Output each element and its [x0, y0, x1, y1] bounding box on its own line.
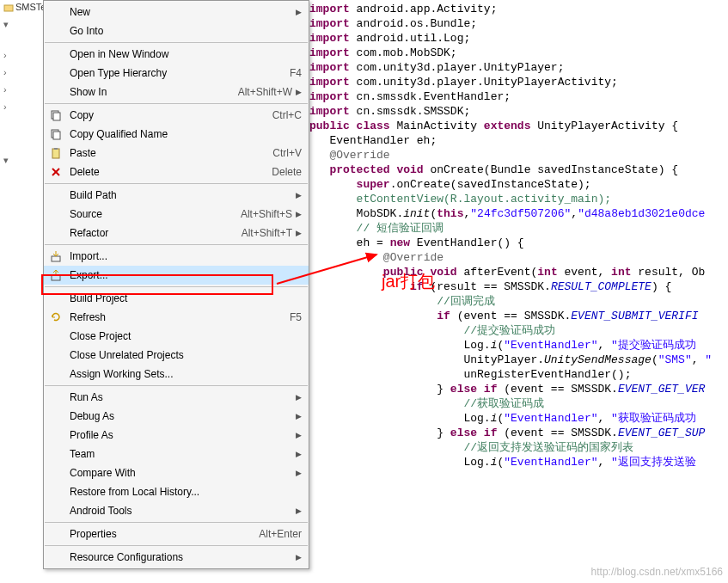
menu-item-label: Import...: [66, 250, 302, 262]
code-line: import com.unity3d.player.UnityPlayerAct…: [309, 75, 728, 89]
menu-item-export[interactable]: Export...: [44, 266, 309, 285]
blank-icon: [46, 485, 66, 499]
menu-item-label: Debug As: [66, 410, 292, 422]
svg-rect-2: [53, 113, 60, 120]
menu-item-label: Run As: [66, 391, 292, 403]
menu-item-label: Close Project: [66, 330, 302, 342]
blank-icon: [46, 504, 66, 518]
code-line: // 短信验证回调: [309, 221, 728, 236]
menu-item-copy-qualified-name[interactable]: Copy Qualified Name: [44, 125, 309, 144]
menu-item-label: Open Type Hierarchy: [66, 67, 283, 79]
menu-item-show-in[interactable]: Show InAlt+Shift+W▶: [44, 83, 309, 101]
tree-expander[interactable]: ›: [3, 50, 7, 60]
watermark: http://blog.csdn.net/xmx5166: [591, 566, 723, 578]
submenu-arrow-icon: ▶: [292, 88, 302, 96]
blank-icon: [46, 66, 66, 80]
tree-expander[interactable]: ›: [3, 67, 7, 77]
menu-item-debug-as[interactable]: Debug As▶: [44, 407, 309, 426]
code-line: unRegisterEventHandler();: [309, 367, 728, 382]
blank-icon: [46, 24, 66, 38]
menu-item-label: Properties: [66, 528, 252, 540]
menu-item-properties[interactable]: PropertiesAlt+Enter: [44, 525, 309, 543]
menu-item-profile-as[interactable]: Profile As▶: [44, 426, 309, 445]
svg-rect-4: [53, 132, 60, 139]
code-line: import cn.smssdk.SMSSDK;: [309, 104, 728, 119]
submenu-arrow-icon: ▶: [292, 412, 302, 420]
code-editor[interactable]: import android.app.Activity;import andro…: [309, 0, 728, 583]
tree-expander[interactable]: ▾: [3, 155, 9, 166]
blank-icon: [46, 292, 66, 305]
copyq-icon: [46, 127, 66, 141]
menu-item-resource-configurations[interactable]: Resource Configurations▶: [44, 548, 309, 567]
menu-item-source[interactable]: SourceAlt+Shift+S▶: [44, 205, 309, 224]
code-line: Log.i("EventHandler", "返回支持发送验: [309, 455, 728, 469]
menu-item-label: Team: [66, 448, 292, 460]
menu-item-shortcut: Ctrl+C: [266, 109, 302, 121]
menu-item-paste[interactable]: PasteCtrl+V: [44, 144, 309, 163]
code-line: if (result == SMSSDK.RESULT_COMPLETE) {: [309, 279, 728, 294]
menu-item-build-path[interactable]: Build Path▶: [44, 186, 309, 205]
menu-item-go-into[interactable]: Go Into: [44, 21, 309, 40]
tree-expander[interactable]: ›: [3, 101, 7, 112]
code-line: @Override: [309, 148, 728, 163]
code-line: UnityPlayer.UnitySendMessage("SMS", ": [309, 353, 728, 367]
submenu-arrow-icon: ▶: [292, 210, 302, 218]
menu-item-assign-working-sets[interactable]: Assign Working Sets...: [44, 365, 309, 384]
menu-item-label: Export...: [66, 269, 302, 281]
menu-item-refresh[interactable]: RefreshF5: [44, 308, 309, 327]
menu-separator: [45, 103, 308, 104]
tree-expander[interactable]: ▾: [3, 19, 9, 30]
svg-rect-9: [52, 256, 60, 261]
code-line: import com.unity3d.player.UnityPlayer;: [309, 60, 728, 75]
blank-icon: [46, 409, 66, 423]
menu-item-team[interactable]: Team▶: [44, 445, 309, 463]
menu-item-restore-from-local-history[interactable]: Restore from Local History...: [44, 482, 309, 501]
code-line: //返回支持发送验证码的国家列表: [309, 440, 728, 455]
blank-icon: [46, 447, 66, 461]
blank-icon: [46, 466, 66, 480]
menu-item-label: Show In: [66, 86, 231, 98]
menu-item-android-tools[interactable]: Android Tools▶: [44, 501, 309, 520]
menu-item-compare-with[interactable]: Compare With▶: [44, 463, 309, 482]
blank-icon: [46, 226, 66, 240]
code-line: import com.mob.MobSDK;: [309, 46, 728, 60]
blank-icon: [46, 527, 66, 541]
menu-item-new[interactable]: New▶: [44, 3, 309, 21]
menu-item-open-in-new-window[interactable]: Open in New Window: [44, 45, 309, 64]
menu-item-label: Refactor: [66, 227, 235, 239]
menu-item-label: Copy: [66, 109, 266, 121]
blank-icon: [46, 367, 66, 381]
code-line: eh = new EventHandler() {: [309, 236, 728, 250]
menu-item-close-unrelated-projects[interactable]: Close Unrelated Projects: [44, 346, 309, 365]
menu-item-label: Build Project: [66, 292, 302, 304]
blank-icon: [46, 390, 66, 404]
menu-item-label: Paste: [66, 147, 266, 159]
menu-item-refactor[interactable]: RefactorAlt+Shift+T▶: [44, 224, 309, 242]
code-line: protected void onCreate(Bundle savedInst…: [309, 163, 728, 177]
menu-item-build-project[interactable]: Build Project: [44, 289, 309, 308]
menu-item-label: Android Tools: [66, 505, 292, 517]
menu-item-label: Go Into: [66, 25, 302, 37]
code-line: Log.i("EventHandler", "获取验证码成功: [309, 411, 728, 426]
tree-expander[interactable]: ›: [3, 84, 7, 95]
menu-separator: [45, 385, 308, 386]
paste-icon: [46, 146, 66, 160]
menu-item-label: Profile As: [66, 429, 292, 441]
svg-rect-0: [4, 5, 13, 11]
menu-item-label: Restore from Local History...: [66, 486, 302, 498]
menu-item-import[interactable]: Import...: [44, 247, 309, 266]
menu-item-close-project[interactable]: Close Project: [44, 327, 309, 346]
menu-item-open-type-hierarchy[interactable]: Open Type HierarchyF4: [44, 64, 309, 83]
blank-icon: [46, 348, 66, 362]
blank-icon: [46, 428, 66, 442]
menu-item-run-as[interactable]: Run As▶: [44, 388, 309, 407]
project-explorer[interactable]: SMSTest ▾ › › › › ▾: [0, 0, 43, 583]
menu-item-copy[interactable]: CopyCtrl+C: [44, 106, 309, 125]
menu-item-label: Close Unrelated Projects: [66, 349, 302, 361]
menu-item-shortcut: Alt+Shift+W: [231, 86, 292, 98]
submenu-arrow-icon: ▶: [292, 191, 302, 199]
code-line: import cn.smssdk.EventHandler;: [309, 89, 728, 104]
menu-item-label: Compare With: [66, 467, 292, 479]
blank-icon: [46, 5, 66, 19]
menu-item-delete[interactable]: DeleteDelete: [44, 163, 309, 181]
